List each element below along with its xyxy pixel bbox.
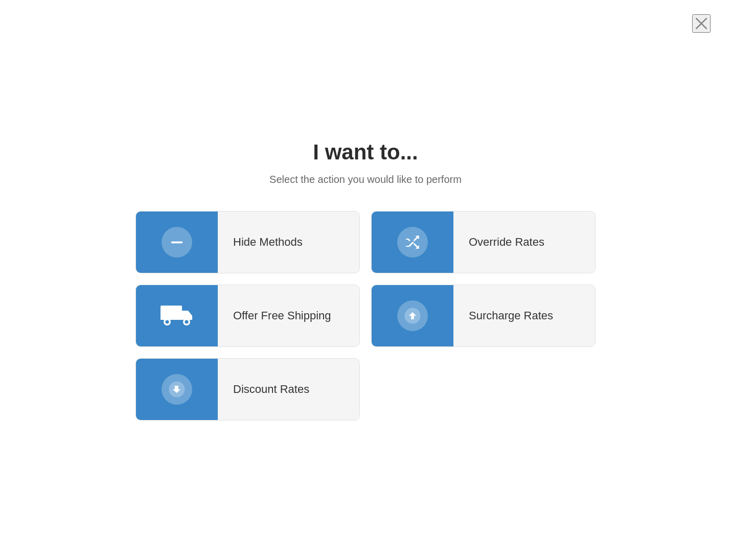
page-subtitle: Select the action you would like to perf…	[269, 174, 462, 185]
arrow-down-icon-circle	[162, 374, 192, 405]
arrow-up-icon	[404, 307, 421, 324]
truck-icon	[161, 306, 193, 326]
option-surcharge-rates[interactable]: Surcharge Rates	[371, 285, 596, 347]
shuffle-icon	[404, 234, 421, 251]
option-offer-free-shipping-icon-area	[136, 285, 218, 346]
options-grid: Hide Methods Override Rates	[135, 211, 596, 421]
option-surcharge-rates-label-area: Surcharge Rates	[453, 285, 595, 346]
option-override-rates[interactable]: Override Rates	[371, 211, 596, 273]
option-override-rates-label: Override Rates	[469, 236, 544, 249]
svg-rect-2	[171, 241, 183, 243]
option-offer-free-shipping-label-area: Offer Free Shipping	[218, 285, 359, 346]
svg-point-4	[166, 320, 169, 323]
arrow-down-icon	[168, 381, 186, 398]
minus-icon-circle	[162, 227, 192, 258]
page-title: I want to...	[313, 140, 418, 165]
option-discount-rates[interactable]: Discount Rates	[135, 358, 360, 421]
option-override-rates-label-area: Override Rates	[453, 212, 595, 273]
option-override-rates-icon-area	[372, 212, 453, 273]
option-discount-rates-label-area: Discount Rates	[218, 359, 359, 420]
svg-point-6	[185, 320, 189, 323]
arrow-up-icon-circle	[397, 300, 428, 331]
option-offer-free-shipping[interactable]: Offer Free Shipping	[135, 285, 360, 347]
option-hide-methods-label: Hide Methods	[233, 236, 303, 249]
option-surcharge-rates-icon-area	[372, 285, 453, 346]
option-hide-methods[interactable]: Hide Methods	[135, 211, 360, 273]
option-discount-rates-label: Discount Rates	[233, 383, 309, 396]
option-hide-methods-label-area: Hide Methods	[218, 212, 359, 273]
minus-icon	[168, 234, 186, 251]
option-offer-free-shipping-label: Offer Free Shipping	[233, 309, 331, 322]
modal-content: I want to... Select the action you would…	[135, 140, 596, 421]
close-button[interactable]	[692, 14, 711, 33]
option-discount-rates-icon-area	[136, 359, 218, 420]
shuffle-icon-circle	[397, 227, 428, 258]
option-hide-methods-icon-area	[136, 212, 218, 273]
option-surcharge-rates-label: Surcharge Rates	[469, 309, 553, 322]
